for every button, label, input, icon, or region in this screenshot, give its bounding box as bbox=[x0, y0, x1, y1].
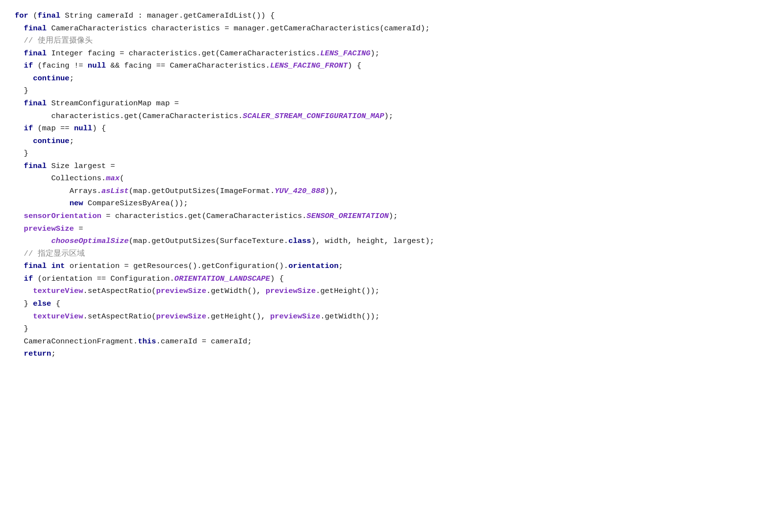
line-if-map: if (map == null) { bbox=[15, 122, 742, 135]
line-continue2: continue; bbox=[15, 135, 742, 148]
line-continue1: continue; bbox=[15, 73, 742, 85]
line-if-orient: if (orientation == Configuration.ORIENTA… bbox=[15, 273, 742, 286]
line-for: for (final String cameraId : manager.get… bbox=[15, 10, 742, 23]
line-camera-conn: CameraConnectionFragment.this.cameraId =… bbox=[15, 336, 742, 348]
line-characteristics-get: characteristics.get(CameraCharacteristic… bbox=[15, 110, 742, 123]
line-close3: } bbox=[15, 323, 742, 336]
line-sensor-orient: sensorOrientation = characteristics.get(… bbox=[15, 210, 742, 223]
line-else: } else { bbox=[15, 298, 742, 311]
line-new-compare: new CompareSizesByArea()); bbox=[15, 197, 742, 210]
line-preview-size: previewSize = bbox=[15, 223, 742, 236]
line-collections-max: Collections.max( bbox=[15, 172, 742, 185]
code-container: for (final String cameraId : manager.get… bbox=[0, 0, 757, 532]
line-final-char: final CameraCharacteristics characterist… bbox=[15, 23, 742, 35]
line-if-facing: if (facing != null && facing == CameraCh… bbox=[15, 60, 742, 73]
line-choose-optimal: chooseOptimalSize(map.getOutputSizes(Sur… bbox=[15, 235, 742, 248]
line-final-int: final int orientation = getResources().g… bbox=[15, 260, 742, 273]
line-final-stream: final StreamConfigurationMap map = bbox=[15, 97, 742, 110]
line-comment1: // 使用后置摄像头 bbox=[15, 35, 742, 48]
line-final-size: final Size largest = bbox=[15, 160, 742, 173]
line-close2: } bbox=[15, 147, 742, 160]
line-return: return; bbox=[15, 348, 742, 361]
line-comment2: // 指定显示区域 bbox=[15, 248, 742, 261]
line-close1: } bbox=[15, 85, 742, 97]
line-texture-width: textureView.setAspectRatio(previewSize.g… bbox=[15, 285, 742, 298]
line-texture-height: textureView.setAspectRatio(previewSize.g… bbox=[15, 311, 742, 323]
line-arrays-aslist: Arrays.asList(map.getOutputSizes(ImageFo… bbox=[15, 185, 742, 198]
line-final-integer: final Integer facing = characteristics.g… bbox=[15, 48, 742, 60]
code-area: for (final String cameraId : manager.get… bbox=[0, 5, 757, 365]
